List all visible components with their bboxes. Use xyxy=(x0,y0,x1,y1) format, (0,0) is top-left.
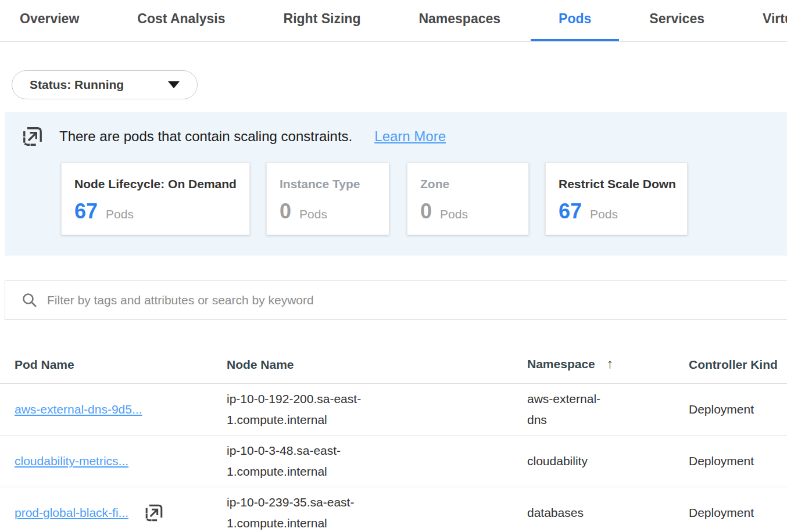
constraint-card[interactable]: Instance Type 0 Pods xyxy=(266,163,389,235)
card-pod-count: 67 xyxy=(74,199,98,224)
column-header-controller-kind[interactable]: Controller Kind xyxy=(689,358,787,372)
tab-services[interactable]: Services xyxy=(649,0,704,41)
status-filter-dropdown[interactable]: Status: Running xyxy=(12,70,198,99)
pod-name-link[interactable]: prod-global-black-fi... xyxy=(15,502,128,523)
scale-out-icon xyxy=(144,502,164,523)
tab-cost-analysis[interactable]: Cost Analysis xyxy=(137,0,225,41)
top-tab-bar: OverviewCost AnalysisRight SizingNamespa… xyxy=(0,0,787,42)
table-row: prod-global-black-fi... ip-10-0-239-35.s… xyxy=(0,487,787,532)
column-header-pod-name[interactable]: Pod Name xyxy=(15,358,227,372)
controller-kind-cell: Deployment xyxy=(689,446,787,476)
search-input[interactable] xyxy=(47,281,787,319)
learn-more-link[interactable]: Learn More xyxy=(374,128,446,145)
tab-right-sizing[interactable]: Right Sizing xyxy=(284,0,361,41)
table-row: aws-external-dns-9d5... ip-10-0-192-200.… xyxy=(0,384,787,436)
banner-message: There are pods that contain scaling cons… xyxy=(59,128,352,145)
card-title: Instance Type xyxy=(280,177,377,191)
card-unit-label: Pods xyxy=(106,207,134,221)
column-header-node-name[interactable]: Node Name xyxy=(227,358,527,372)
node-name-cell: ip-10-0-239-35.sa-east-1.compute.interna… xyxy=(227,487,527,532)
card-title: Restrict Scale Down xyxy=(559,177,675,191)
card-pod-count: 67 xyxy=(559,199,582,224)
column-header-namespace[interactable]: Namespace ↑ xyxy=(527,356,689,372)
pods-table: Pod Name Node Name Namespace ↑ Controlle… xyxy=(0,321,787,532)
constraint-card[interactable]: Node Lifecycle: On Demand 67 Pods xyxy=(61,163,250,235)
tab-namespaces[interactable]: Namespaces xyxy=(418,0,500,41)
controller-kind-cell: Deployment xyxy=(689,498,787,528)
status-filter-label: Status: Running xyxy=(30,78,124,92)
scale-out-icon xyxy=(21,125,44,148)
namespace-cell: cloudability xyxy=(527,446,689,476)
card-pod-count: 0 xyxy=(420,199,432,224)
filter-search-bar xyxy=(5,281,787,320)
card-title: Node Lifecycle: On Demand xyxy=(74,177,238,191)
tab-overview[interactable]: Overview xyxy=(20,0,79,41)
tab-virtu[interactable]: Virtu xyxy=(763,0,787,41)
scaling-constraints-banner: There are pods that contain scaling cons… xyxy=(5,112,787,256)
sort-ascending-icon: ↑ xyxy=(607,356,614,372)
card-unit-label: Pods xyxy=(590,207,618,221)
constraint-card[interactable]: Zone 0 Pods xyxy=(407,163,529,235)
namespace-cell: databases xyxy=(527,498,689,528)
caret-down-icon xyxy=(168,81,180,88)
card-unit-label: Pods xyxy=(299,207,327,221)
card-title: Zone xyxy=(420,177,517,191)
table-body: aws-external-dns-9d5... ip-10-0-192-200.… xyxy=(0,384,787,532)
controller-kind-cell: Deployment xyxy=(689,394,787,425)
search-icon xyxy=(22,292,38,308)
constraint-card[interactable]: Restrict Scale Down 67 Pods xyxy=(545,163,688,235)
card-pod-count: 0 xyxy=(280,199,291,224)
tab-pods[interactable]: Pods xyxy=(559,0,591,41)
node-name-cell: ip-10-0-192-200.sa-east-1.compute.intern… xyxy=(227,384,527,435)
node-name-cell: ip-10-0-3-48.sa-east-1.compute.internal xyxy=(227,436,527,487)
namespace-cell: aws-external-dns xyxy=(527,384,689,435)
card-unit-label: Pods xyxy=(440,207,468,221)
pods-page: OverviewCost AnalysisRight SizingNamespa… xyxy=(0,0,787,532)
pod-name-link[interactable]: aws-external-dns-9d5... xyxy=(15,399,142,420)
pod-name-link[interactable]: cloudability-metrics... xyxy=(15,451,128,472)
table-header-row: Pod Name Node Name Namespace ↑ Controlle… xyxy=(0,321,787,384)
table-row: cloudability-metrics... ip-10-0-3-48.sa-… xyxy=(0,436,787,487)
